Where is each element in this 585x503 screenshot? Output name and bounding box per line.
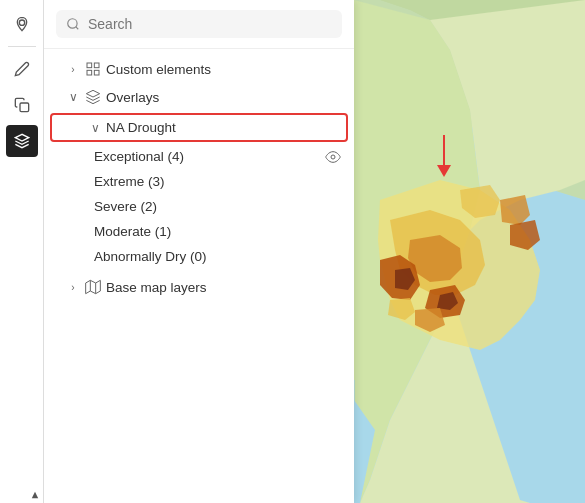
overlays-chevron: ∨ — [66, 90, 80, 104]
svg-point-9 — [68, 19, 77, 28]
location-button[interactable] — [6, 8, 38, 40]
custom-elements-chevron: › — [66, 62, 80, 76]
layers-panel: › Custom elements ∨ Overlays — [44, 0, 354, 503]
base-map-layers-row[interactable]: › Base map layers — [44, 273, 354, 301]
search-bar — [44, 0, 354, 49]
svg-marker-14 — [86, 90, 99, 97]
overlays-label: Overlays — [106, 90, 346, 105]
abnormally-dry-label: Abnormally Dry (0) — [94, 249, 346, 264]
search-icon — [66, 17, 80, 31]
extreme-row[interactable]: Extreme (3) — [44, 169, 354, 194]
base-map-label: Base map layers — [106, 280, 346, 295]
severe-row[interactable]: Severe (2) — [44, 194, 354, 219]
svg-marker-16 — [86, 280, 101, 293]
copy-layers-button[interactable] — [6, 89, 38, 121]
custom-elements-row[interactable]: › Custom elements — [44, 55, 354, 83]
base-map-chevron: › — [66, 280, 80, 294]
na-drought-row[interactable]: ∨ NA Drought — [50, 113, 348, 142]
divider-1 — [8, 46, 36, 47]
svg-marker-8 — [15, 134, 28, 141]
layer-tree: › Custom elements ∨ Overlays — [44, 49, 354, 503]
extreme-label: Extreme (3) — [94, 174, 346, 189]
left-toolbar — [0, 0, 44, 503]
svg-rect-13 — [94, 70, 99, 75]
arrow-head — [437, 165, 451, 177]
exceptional-row[interactable]: Exceptional (4) — [44, 144, 354, 169]
abnormally-dry-row[interactable]: Abnormally Dry (0) — [44, 244, 354, 269]
search-input-wrap[interactable] — [56, 10, 342, 38]
na-drought-label: NA Drought — [106, 120, 338, 135]
exceptional-label: Exceptional (4) — [94, 149, 346, 164]
moderate-label: Moderate (1) — [94, 224, 346, 239]
svg-point-5 — [19, 20, 24, 25]
layers-button[interactable] — [6, 125, 38, 157]
svg-rect-7 — [20, 103, 29, 112]
draw-button[interactable] — [6, 53, 38, 85]
severe-label: Severe (2) — [94, 199, 346, 214]
svg-rect-11 — [94, 63, 99, 68]
red-arrow-annotation — [330, 135, 557, 177]
arrow-shaft — [443, 135, 445, 165]
base-map-icon — [84, 278, 102, 296]
svg-rect-12 — [87, 70, 92, 75]
overlays-row[interactable]: ∨ Overlays — [44, 83, 354, 111]
overlays-icon — [84, 88, 102, 106]
svg-marker-6 — [32, 492, 38, 498]
search-input[interactable] — [88, 16, 332, 32]
svg-rect-10 — [87, 63, 92, 68]
na-drought-chevron: ∨ — [88, 121, 102, 135]
custom-elements-label: Custom elements — [106, 62, 346, 77]
custom-elements-icon — [84, 60, 102, 78]
moderate-row[interactable]: Moderate (1) — [44, 219, 354, 244]
